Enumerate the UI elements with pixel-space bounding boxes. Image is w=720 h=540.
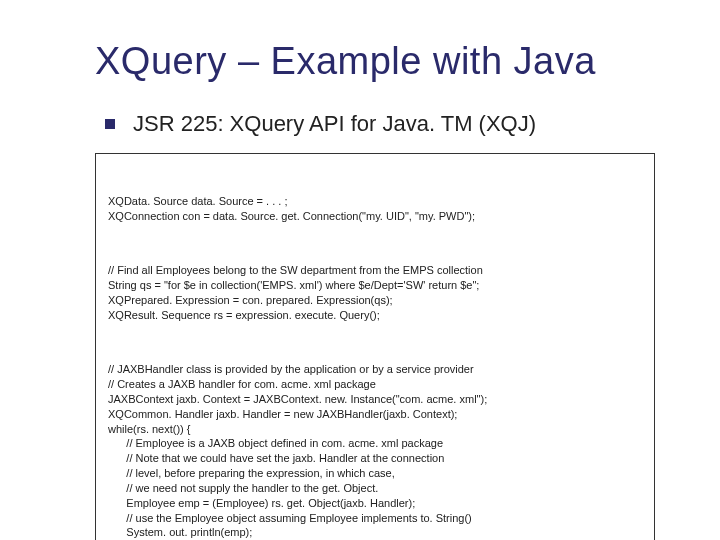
code-box: XQData. Source data. Source = . . . ; XQ… [95,153,655,540]
slide: XQuery – Example with Java JSR 225: XQue… [0,0,720,540]
subtitle-row: JSR 225: XQuery API for Java. TM (XQJ) [105,111,665,137]
code-block-2: // Find all Employees belong to the SW d… [108,263,642,322]
bullet-icon [105,119,115,129]
code-block-3: // JAXBHandler class is provided by the … [108,362,642,540]
code-block-1: XQData. Source data. Source = . . . ; XQ… [108,194,642,224]
slide-title: XQuery – Example with Java [95,40,665,83]
slide-subtitle: JSR 225: XQuery API for Java. TM (XQJ) [133,111,536,137]
